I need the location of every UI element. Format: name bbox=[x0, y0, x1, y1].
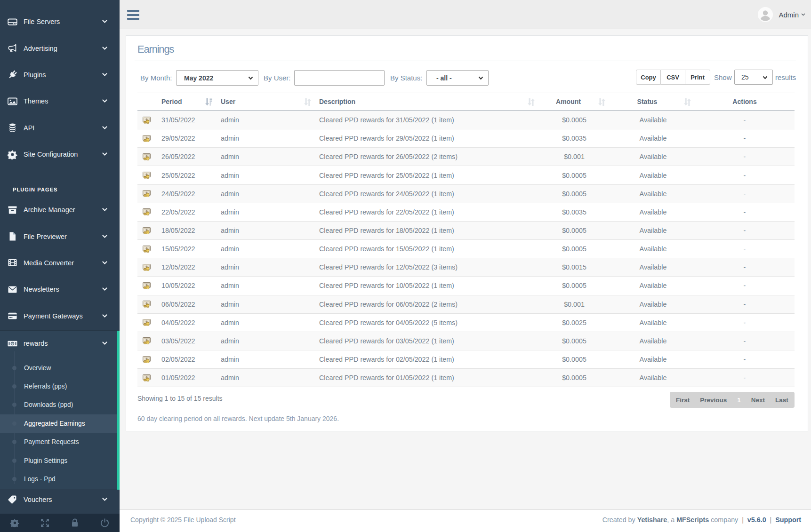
svg-text:1: 1 bbox=[12, 341, 14, 345]
